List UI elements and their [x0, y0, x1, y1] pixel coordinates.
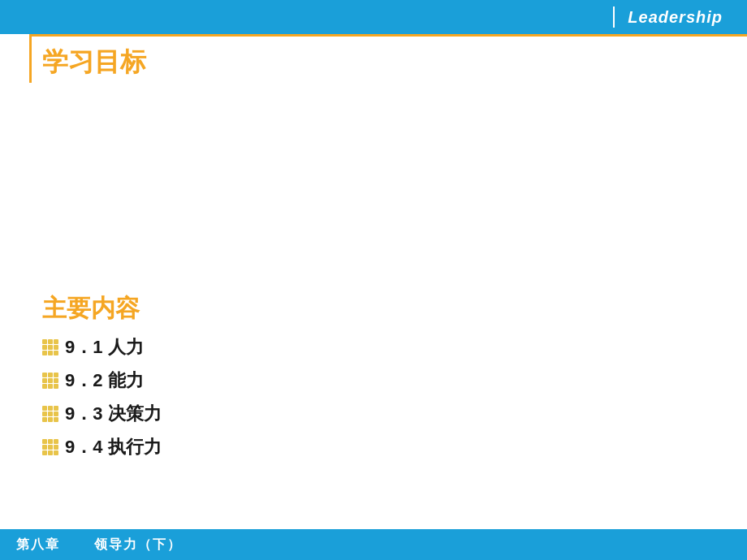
list-item-text: 9．2 能力: [65, 367, 144, 394]
list-icon: [42, 406, 58, 422]
main-content: 主要内容 9．1 人力9．2 能力9．3 决策力9．4 执行力: [42, 292, 162, 467]
left-border: [29, 34, 32, 83]
footer-separator: [71, 537, 82, 551]
footer-chapter: 第八章: [16, 537, 60, 551]
list-item: 9．4 执行力: [42, 433, 162, 460]
footer-subtitle: 领导力（下）: [94, 537, 182, 551]
list-item-text: 9．3 决策力: [65, 400, 162, 427]
header-title: Leadership: [628, 8, 723, 27]
list-item: 9．1 人力: [42, 334, 162, 360]
footer-bar: 第八章 领导力（下）: [0, 529, 747, 560]
main-content-title: 主要内容: [42, 292, 162, 325]
slide-container: Leadership 学习目标 主要内容 9．1 人力9．2 能力9．3 决策力…: [0, 0, 747, 560]
header-bar: Leadership: [0, 0, 747, 34]
content-list: 9．1 人力9．2 能力9．3 决策力9．4 执行力: [42, 334, 162, 460]
list-icon: [42, 339, 58, 355]
list-item: 9．2 能力: [42, 367, 162, 394]
list-icon: [42, 439, 58, 455]
list-item-text: 9．1 人力: [65, 334, 144, 360]
top-orange-line: [29, 34, 747, 37]
learning-title: 学习目标: [42, 45, 146, 80]
header-divider: [613, 6, 615, 28]
list-icon: [42, 373, 58, 389]
list-item: 9．3 决策力: [42, 400, 162, 427]
footer-text: 第八章 领导力（下）: [16, 536, 182, 554]
list-item-text: 9．4 执行力: [65, 433, 162, 460]
